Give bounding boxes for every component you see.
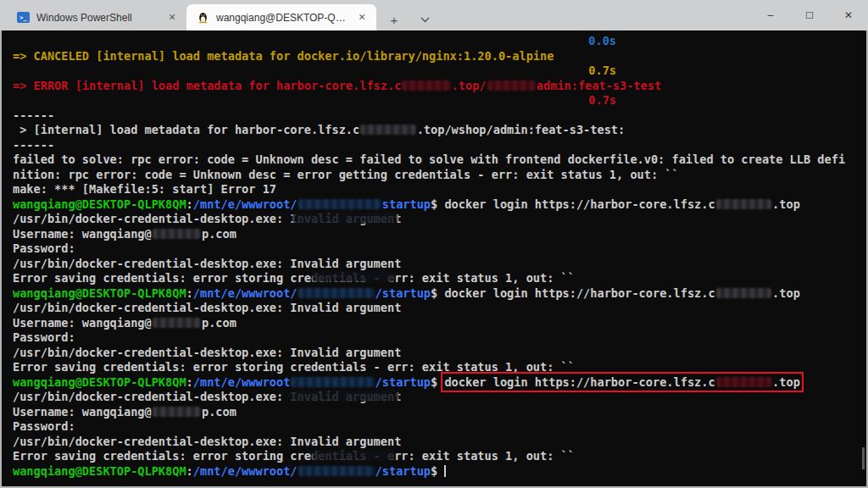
terminal-line: /usr/bin/docker-credential-desktop.exe: … — [13, 257, 866, 272]
terminal-text: /startup — [376, 464, 431, 478]
terminal-text: /startup — [376, 375, 431, 389]
terminal-text: /startup — [376, 286, 431, 300]
terminal-cursor — [444, 465, 446, 477]
scrollbar-thumb[interactable] — [862, 447, 865, 469]
terminal-text: /mnt/e/wwwroot/ — [193, 197, 298, 211]
tab-dropdown-button[interactable] — [412, 8, 437, 30]
redaction-blur — [298, 199, 381, 209]
terminal-text: wangqiang@DESKTOP-QLPK8QM — [13, 375, 186, 389]
terminal-line: Error saving credentials: error storing … — [13, 449, 866, 464]
new-tab-button[interactable]: + — [381, 8, 407, 30]
terminal-text: docker login https://harbor-core.lfsz.c — [444, 375, 715, 389]
titlebar-drag-region[interactable] — [437, 0, 751, 30]
minimize-button[interactable]: – — [751, 0, 790, 30]
terminal-line: Error saving credentials: error storing … — [13, 360, 866, 375]
terminal-line: failed to solve: rpc error: code = Unkno… — [13, 152, 866, 168]
terminal-text: $ — [431, 197, 444, 211]
terminal-text: nition: rpc error: code = Unknown desc =… — [13, 168, 679, 181]
terminal-text: Username: wangqiang@ — [13, 316, 152, 330]
terminal-text: /usr/bin/docker-credential-desktop.exe: … — [13, 301, 401, 314]
terminal-text: /mnt/e/wwwroot — [193, 375, 291, 389]
redaction-blur — [402, 80, 450, 91]
redaction-blur — [153, 229, 201, 239]
tab-title: Windows PowerShell — [36, 12, 158, 24]
ubuntu-tux-icon — [197, 11, 209, 24]
redaction-blur — [360, 125, 415, 135]
redaction-blur — [291, 377, 374, 387]
terminal-text: docker login https://harbor-core.lfsz.c — [444, 197, 715, 211]
terminal-line: ------ — [13, 138, 866, 153]
terminal-text: Password: — [13, 330, 75, 344]
terminal-line: ------ — [13, 108, 866, 124]
terminal-line: /usr/bin/docker-credential-desktop.exe: … — [13, 346, 866, 361]
tab-title: wangqiang@DESKTOP-QLPK8Q — [216, 12, 348, 24]
terminal-text: startup — [382, 197, 431, 211]
terminal-text: p.com — [202, 405, 236, 419]
terminal-line: 0.7s — [13, 64, 866, 79]
tab-bar: >_ Windows PowerShell × wangqiang@DESKTO… — [0, 0, 868, 30]
terminal-line: => CANCELED [internal] load metadata for… — [13, 49, 866, 64]
terminal-output[interactable]: 0.0s=> CANCELED [internal] load metadata… — [0, 30, 868, 488]
terminal-text: $ — [431, 286, 444, 300]
terminal-text: wangqiang@DESKTOP-QLPK8QM — [13, 464, 186, 478]
terminal-text: Password: — [13, 241, 75, 255]
terminal-text: docker login https://harbor-core.lfsz.c — [444, 286, 715, 300]
highlight-box: docker login https://harbor-core.lfsz.c.… — [444, 375, 799, 389]
terminal-line: wangqiang@DESKTOP-QLPK8QM:/mnt/e/wwwroot… — [13, 286, 866, 302]
tab-windows-powershell[interactable]: >_ Windows PowerShell × — [7, 4, 186, 30]
terminal-line: Password: — [13, 330, 866, 346]
terminal-line: /usr/bin/docker-credential-desktop.exe: … — [13, 390, 866, 405]
terminal-line: wangqiang@DESKTOP-QLPK8QM:/mnt/e/wwwroot… — [13, 197, 866, 213]
terminal-text: : — [186, 197, 193, 211]
terminal-line: /usr/bin/docker-credential-desktop.exe: … — [13, 301, 866, 316]
terminal-line: /usr/bin/docker-credential-desktop.exe: … — [13, 212, 866, 227]
terminal-text: .top — [772, 197, 800, 211]
terminal-line: 0.7s — [13, 93, 866, 108]
redaction-blur — [298, 288, 375, 298]
terminal-text: ------ — [13, 108, 54, 122]
terminal-text: : — [186, 375, 193, 389]
tab-wsl-ubuntu[interactable]: wangqiang@DESKTOP-QLPK8Q × — [186, 4, 376, 30]
maximize-button[interactable]: ☐ — [790, 0, 829, 30]
terminal-line: Username: wangqiang@p.com — [13, 316, 866, 331]
terminal-text: : — [186, 286, 193, 300]
terminal-text: Username: wangqiang@ — [13, 405, 152, 419]
terminal-text: : — [186, 464, 193, 478]
terminal-text: 0.0s — [588, 34, 616, 47]
terminal-text: .top/wshop/admin:feat-s3-test: — [417, 123, 626, 136]
terminal-text: failed to solve: rpc error: code = Unkno… — [13, 152, 845, 166]
terminal-text: wangqiang@DESKTOP-QLPK8QM — [13, 197, 186, 211]
terminal-text: /usr/bin/docker-credential-desktop.exe: … — [13, 390, 401, 403]
terminal-line: Password: — [13, 419, 866, 435]
terminal-text: wangqiang@DESKTOP-QLPK8QM — [13, 286, 186, 300]
redaction-blur — [716, 377, 771, 387]
terminal-text: /usr/bin/docker-credential-desktop.exe: … — [13, 346, 401, 359]
close-tab-icon[interactable]: × — [164, 10, 180, 25]
terminal-text: Error saving credentials: error storing … — [13, 271, 575, 285]
redaction-blur — [298, 466, 375, 476]
terminal-line: > [internal] load metadata for harbor-co… — [13, 123, 866, 138]
terminal-line: Username: wangqiang@p.com — [13, 405, 866, 420]
redaction-blur — [716, 199, 771, 209]
terminal-line: 0.0s — [13, 34, 866, 49]
terminal-text: /usr/bin/docker-credential-desktop.exe: … — [13, 257, 401, 270]
terminal-text: .top/ — [452, 79, 487, 92]
terminal-line: make: *** [Makefile:5: start] Error 17 — [13, 182, 866, 197]
powershell-icon: >_ — [17, 12, 30, 23]
chevron-down-icon — [420, 17, 430, 23]
redaction-blur — [487, 80, 536, 91]
redaction-blur — [153, 318, 201, 328]
terminal-text: Error saving credentials: error storing … — [13, 360, 575, 374]
terminal-text: p.com — [202, 227, 236, 241]
terminal-text: Error saving credentials: error storing … — [13, 449, 575, 463]
terminal-text: /mnt/e/wwwroot/ — [193, 286, 298, 300]
redaction-blur — [153, 407, 201, 417]
terminal-text: admin:feat-s3-test — [537, 79, 661, 92]
terminal-text: ------ — [13, 138, 54, 152]
terminal-line: Error saving credentials: error storing … — [13, 271, 866, 286]
close-tab-icon[interactable]: × — [354, 10, 370, 25]
terminal-text: .top — [772, 286, 800, 300]
terminal-text: > [internal] load metadata for harbor-co… — [13, 123, 359, 136]
close-button[interactable]: ✕ — [829, 0, 868, 30]
redaction-blur — [716, 288, 771, 298]
